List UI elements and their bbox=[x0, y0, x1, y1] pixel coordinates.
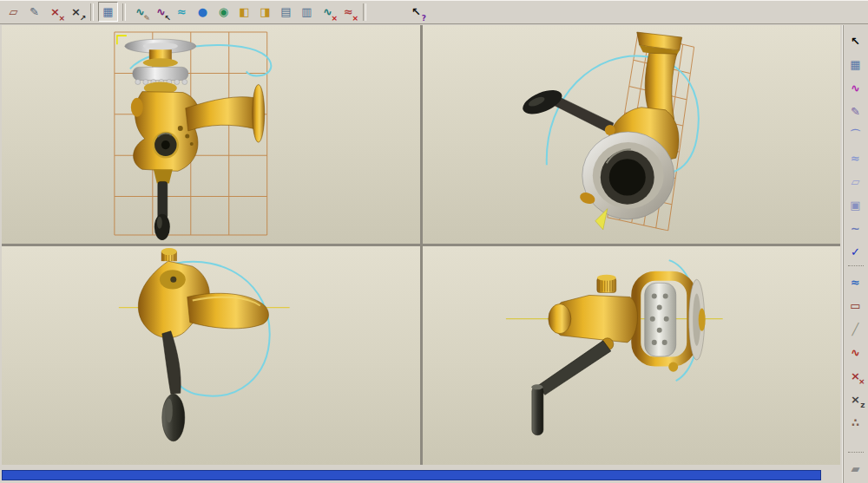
axis-zx-icon[interactable]: ×z bbox=[846, 389, 865, 408]
render-preview-glyph: ◉ bbox=[219, 6, 228, 17]
measure-ruler-glyph: ▤ bbox=[280, 6, 291, 17]
reel-model[interactable] bbox=[138, 248, 268, 441]
delete-curve-icon-badge: × bbox=[331, 15, 338, 23]
erase-analysis-icon[interactable]: ≈× bbox=[339, 2, 358, 22]
analysis-curve-icon[interactable]: ≈ bbox=[846, 272, 865, 291]
erase-analysis-icon-badge: × bbox=[352, 15, 358, 23]
style-curve-icon[interactable]: ∿ bbox=[846, 78, 865, 97]
surface-sheet-glyph: ▱ bbox=[852, 176, 860, 187]
modify-curve-icon[interactable]: ∿↖ bbox=[151, 2, 171, 22]
measure-clip-glyph: ▰ bbox=[852, 463, 860, 474]
boundary-rect-glyph: ▭ bbox=[850, 300, 860, 311]
datum-point-icon[interactable]: ×× bbox=[45, 2, 65, 22]
accept-check-glyph: ✓ bbox=[851, 246, 860, 258]
offset-curve-glyph: ≈ bbox=[851, 153, 860, 164]
shaded-view-icon[interactable]: ● bbox=[193, 2, 213, 22]
context-help-icon[interactable]: ↖? bbox=[406, 2, 426, 22]
toolbar-separator bbox=[90, 3, 94, 21]
datum-point-pair-icon[interactable]: ×× bbox=[846, 366, 865, 385]
select-arrow-glyph: ↖ bbox=[851, 36, 860, 47]
style-curve-glyph: ∿ bbox=[851, 82, 860, 94]
surface-copy-glyph: ◧ bbox=[239, 6, 249, 17]
axis-zx-icon-badge: z bbox=[860, 401, 865, 409]
modify-curve-icon-badge: ↖ bbox=[164, 15, 171, 23]
curve-through-points-icon[interactable]: ∿✎ bbox=[130, 2, 150, 22]
right-toolbar: ↖▦∿✎⌒≈▱▣∼✓≈▭╱∿×××z∴▰ bbox=[842, 25, 868, 483]
accept-check-icon[interactable]: ✓ bbox=[846, 242, 865, 261]
measure-grid-glyph: ▥ bbox=[301, 6, 312, 17]
delete-curve-icon[interactable]: ∿× bbox=[318, 2, 338, 22]
sketch-curve-icon[interactable]: ✎ bbox=[846, 101, 865, 121]
datum-plane-glyph: ▦ bbox=[850, 59, 860, 70]
datum-plane-sketch-glyph: ▱ bbox=[10, 6, 18, 17]
sketch-line-icon[interactable]: ✎ bbox=[24, 2, 44, 22]
offset-curve-icon[interactable]: ≈ bbox=[846, 148, 865, 167]
model-render-top bbox=[2, 246, 420, 465]
datum-display-toggle-icon[interactable]: ▦ bbox=[98, 2, 118, 22]
status-bar bbox=[2, 466, 840, 483]
reel-model[interactable] bbox=[531, 275, 705, 435]
smooth-curve-icon[interactable]: ≈ bbox=[172, 2, 192, 22]
measure-ruler-icon[interactable]: ▤ bbox=[276, 2, 296, 22]
sketch-curve-glyph: ✎ bbox=[851, 106, 860, 117]
arc-tool-icon[interactable]: ⌒ bbox=[846, 125, 865, 144]
fold-surface-icon[interactable]: ▣ bbox=[846, 195, 865, 214]
surface-copy-icon[interactable]: ◧ bbox=[234, 2, 254, 22]
surface-merge-icon[interactable]: ◨ bbox=[255, 2, 275, 22]
construction-line-glyph: ╱ bbox=[852, 323, 859, 335]
viewport-isometric-view[interactable] bbox=[423, 25, 841, 244]
model-render-isometric bbox=[423, 25, 841, 244]
axis-zx-glyph: × bbox=[851, 394, 860, 405]
datum-plane-icon[interactable]: ▦ bbox=[846, 55, 865, 74]
toolbar-separator bbox=[848, 265, 864, 268]
toolbar-separator bbox=[848, 452, 864, 454]
toolbar-separator bbox=[122, 3, 126, 21]
model-render-front bbox=[2, 25, 420, 244]
toolbar-separator bbox=[363, 3, 366, 21]
render-preview-icon[interactable]: ◉ bbox=[214, 2, 233, 22]
arc-tool-glyph: ⌒ bbox=[850, 129, 861, 140]
context-help-glyph: ↖ bbox=[411, 6, 421, 17]
datum-axis-icon[interactable]: ×↗ bbox=[66, 2, 86, 22]
boundary-rect-icon[interactable]: ▭ bbox=[846, 296, 865, 315]
status-progress-bar bbox=[2, 470, 821, 480]
surface-merge-glyph: ◨ bbox=[260, 6, 270, 17]
measure-clip-icon[interactable]: ▰ bbox=[846, 459, 865, 478]
flow-curve-glyph: ∼ bbox=[851, 223, 860, 234]
datum-point-icon-badge: × bbox=[58, 15, 65, 23]
reel-model[interactable] bbox=[519, 32, 681, 230]
analysis-curve-glyph: ≈ bbox=[851, 277, 860, 288]
viewport-grid bbox=[2, 25, 840, 465]
viewport-top-view[interactable] bbox=[2, 246, 420, 465]
datum-plane-sketch-icon[interactable]: ▱ bbox=[3, 2, 23, 22]
datum-point-pair-icon-badge: × bbox=[858, 378, 865, 386]
reel-model[interactable] bbox=[125, 39, 265, 240]
datum-axis-icon-badge: ↗ bbox=[79, 15, 86, 23]
sketch-line-glyph: ✎ bbox=[30, 6, 39, 17]
viewport-front-view[interactable] bbox=[2, 25, 420, 244]
snap-points-glyph: ∴ bbox=[852, 417, 859, 428]
datum-display-toggle-glyph: ▦ bbox=[102, 6, 113, 17]
deviation-curve-glyph: ∿ bbox=[851, 347, 860, 358]
curve-through-points-icon-badge: ✎ bbox=[143, 15, 150, 23]
model-render-side bbox=[423, 246, 841, 465]
select-arrow-icon[interactable]: ↖ bbox=[846, 31, 865, 50]
surface-sheet-icon[interactable]: ▱ bbox=[846, 172, 865, 191]
construction-line-icon[interactable]: ╱ bbox=[846, 319, 865, 338]
shaded-view-glyph: ● bbox=[198, 6, 207, 17]
deviation-curve-icon[interactable]: ∿ bbox=[846, 343, 865, 362]
measure-grid-icon[interactable]: ▥ bbox=[297, 2, 317, 22]
context-help-icon-badge: ? bbox=[422, 15, 426, 23]
smooth-curve-glyph: ≈ bbox=[177, 6, 187, 17]
top-toolbar: ▱✎×××↗▦∿✎∿↖≈●◉◧◨▤▥∿×≈×↖? bbox=[0, 0, 868, 24]
fold-surface-glyph: ▣ bbox=[850, 199, 860, 211]
viewport-side-view[interactable] bbox=[423, 246, 841, 465]
snap-points-icon[interactable]: ∴ bbox=[846, 413, 865, 432]
flow-curve-icon[interactable]: ∼ bbox=[846, 219, 865, 238]
